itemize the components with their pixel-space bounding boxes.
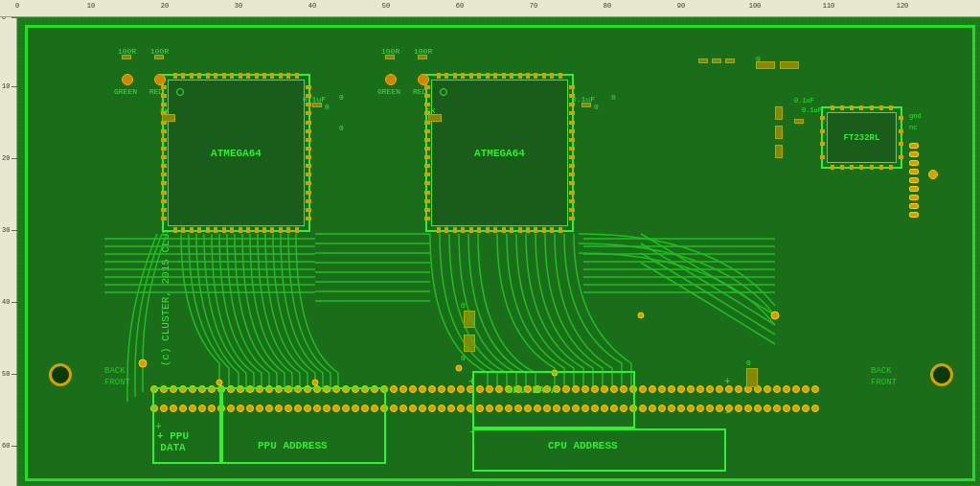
pcb-board: (c) CLUSTER, 2015 CLUSTERRR.COM	[17, 17, 980, 486]
pad-b70	[811, 405, 819, 412]
pad-b67	[783, 405, 790, 412]
smd-top-r1	[756, 61, 775, 69]
pad-b26	[390, 405, 398, 412]
cpu-data-box	[472, 371, 635, 428]
pad-t67	[783, 385, 790, 393]
pad-b69	[802, 405, 809, 412]
pad-b58	[696, 405, 704, 412]
ruler-num-top-50: 50	[382, 2, 390, 10]
pcb-container: 0 10 20 30 40 50 60 0 10 20 30 40 50 60 …	[0, 0, 980, 486]
rv-pad2	[909, 151, 919, 157]
smd-cpu-addr	[746, 368, 758, 387]
ppu-address-label: PPU ADDRESS	[258, 440, 328, 451]
pad-t59	[706, 385, 714, 393]
rv-pad6	[909, 186, 919, 192]
pad-b62	[735, 405, 742, 412]
pad-b53	[649, 405, 656, 412]
ruler-num-20: 20	[2, 154, 10, 162]
tick-h-60	[11, 446, 17, 447]
zero-lbl-1: 0	[339, 93, 344, 102]
pad-t54	[658, 385, 666, 393]
pad-b52	[639, 405, 647, 412]
pad-b64	[754, 405, 762, 412]
ic-label-right: ATMEGA64	[474, 148, 525, 159]
smd-cpu-addr-lbl: 0	[746, 359, 751, 367]
ic-atmega64-left: ATMEGA64	[162, 74, 310, 232]
ruler-num-top-70: 70	[530, 2, 537, 10]
pad-b28	[409, 405, 417, 412]
led-green-left-label: GREEN	[114, 87, 137, 96]
r5k-right	[428, 114, 442, 122]
pad-t32	[447, 385, 455, 393]
ruler-num-top-90: 90	[677, 2, 685, 10]
cpu-address-label: CPU ADDRESS	[548, 440, 618, 451]
led-green-right-label: GREEN	[377, 87, 400, 96]
rv-pad7	[909, 195, 919, 200]
pad-t68	[792, 385, 800, 393]
cpu-data-minus: -	[468, 406, 475, 418]
smd-tr3	[725, 58, 735, 63]
ic-ft232rl: FT232RL	[821, 106, 902, 169]
svg-point-27	[456, 365, 462, 371]
pad-b27	[399, 405, 407, 412]
rv-pad5	[909, 177, 919, 183]
pad-t31	[438, 385, 445, 393]
rv-pad3	[909, 160, 919, 166]
pad-b33	[457, 405, 465, 412]
pad-b55	[668, 405, 675, 412]
pad-t52	[639, 385, 647, 393]
c1-zero: 0	[325, 103, 330, 111]
pad-b31	[438, 405, 445, 412]
pad-b66	[773, 405, 781, 412]
res-mid-top	[464, 311, 475, 328]
pad-b65	[763, 405, 771, 412]
smd-rc3	[775, 145, 783, 158]
ruler-num-top-120: 120	[897, 2, 909, 10]
r5k-left	[162, 114, 175, 122]
pad-b60	[716, 405, 723, 412]
back-label-left: BACK	[104, 366, 125, 376]
tick-h-50	[11, 374, 17, 375]
svg-point-30	[771, 312, 779, 319]
smd-rc2	[775, 126, 783, 139]
r4-label: 100R	[414, 47, 432, 56]
ruler-num-top-30: 30	[235, 2, 242, 10]
ruler-top: 0 10 20 30 40 50 60 70 80 90 100 110 120	[0, 0, 980, 17]
ruler-num-30: 30	[2, 226, 10, 234]
mount-hole-right	[930, 363, 953, 386]
pad-b57	[687, 405, 695, 412]
rv-pad4	[909, 169, 919, 174]
c1-label: 0.1uF	[303, 95, 326, 104]
cpu-data-label: CPU DATA	[507, 384, 558, 396]
ic-inner-ft232: FT232RL	[827, 112, 897, 163]
ft232-nc-label: nc	[909, 124, 917, 131]
ruler-num-top-60: 60	[456, 2, 464, 10]
r3-label: 100R	[381, 47, 399, 56]
right-connector-vertical	[909, 143, 919, 218]
pad-t58	[696, 385, 704, 393]
tick-h-0	[11, 17, 17, 18]
pad-t55	[668, 385, 675, 393]
smd-top-right-group	[698, 58, 735, 63]
ruler-left: 0 10 20 30 40 50 60	[0, 0, 17, 486]
r1-label: 100R	[118, 47, 136, 56]
pad-b32	[447, 405, 455, 412]
pad-b68	[792, 405, 800, 412]
ppu-address-box	[221, 387, 386, 464]
ruler-num-top-100: 100	[749, 2, 762, 10]
pad-t69	[802, 385, 809, 393]
ruler-num-60: 60	[2, 442, 10, 450]
pad-b63	[744, 405, 752, 412]
cpu-data-right-minus: -	[724, 406, 731, 418]
ruler-num-10: 10	[2, 82, 10, 90]
pad-t26	[390, 385, 398, 393]
res-mid-bot	[464, 335, 475, 352]
c2-zero: 0	[594, 103, 599, 111]
back-label-right: BACK	[871, 366, 892, 376]
led-red-right	[418, 74, 429, 85]
ruler-num-top-20: 20	[161, 2, 169, 10]
smd-top-r2	[780, 61, 799, 69]
smd-tr2	[712, 58, 721, 63]
ppu-data-label: + PPUDATA	[157, 430, 189, 453]
pad-b30	[428, 405, 436, 412]
